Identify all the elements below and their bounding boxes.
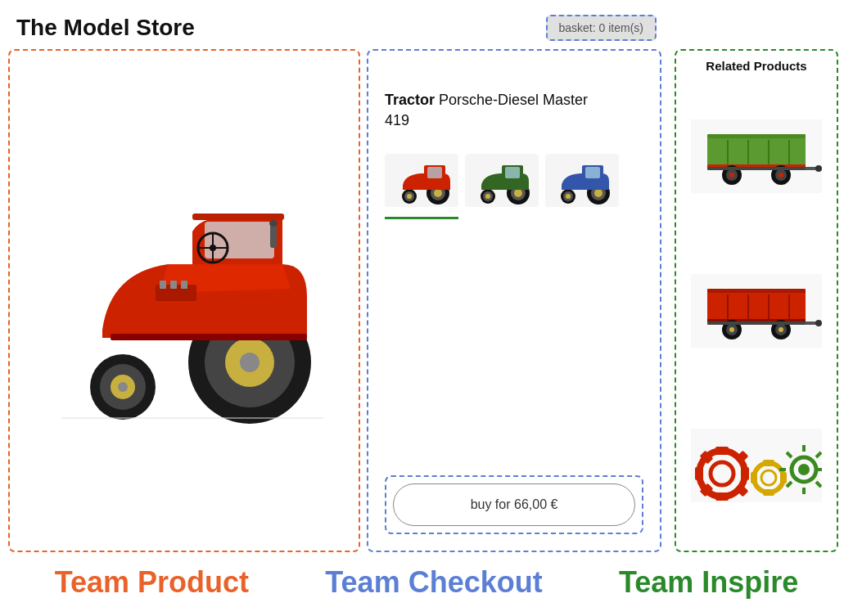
svg-rect-39 [505, 167, 520, 178]
svg-point-25 [434, 189, 442, 197]
harvester-image [691, 429, 822, 502]
svg-rect-51 [707, 134, 806, 138]
basket-badge[interactable]: basket: 0 item(s) [546, 15, 657, 41]
product-subtitle: 419 [385, 112, 643, 129]
thumbnail-selector [385, 217, 458, 219]
svg-point-7 [118, 382, 128, 392]
svg-point-15 [269, 220, 278, 227]
svg-rect-86 [715, 447, 729, 455]
svg-point-64 [815, 165, 822, 172]
store-title: The Model Store [16, 15, 195, 41]
product-name-rest: Porsche-Diesel Master [435, 92, 588, 108]
team-product-label: Team Product [55, 565, 249, 600]
product-zone [8, 49, 360, 552]
svg-rect-9 [205, 222, 274, 259]
svg-rect-68 [707, 289, 806, 293]
svg-rect-96 [763, 460, 774, 466]
svg-rect-87 [715, 492, 729, 501]
inspire-zone: Related Products [675, 49, 838, 552]
product-name-bold: Tractor [385, 92, 435, 108]
svg-rect-82 [707, 321, 806, 325]
tractor-image [29, 166, 340, 436]
svg-point-79 [779, 327, 783, 332]
content-area: Tractor Porsche-Diesel Master 419 [0, 49, 853, 552]
buy-button-wrapper: buy for 66,00 € [385, 475, 643, 534]
team-inspire-label: Team Inspire [619, 565, 798, 600]
svg-point-34 [514, 189, 522, 197]
svg-point-101 [798, 464, 810, 475]
svg-rect-67 [707, 290, 806, 323]
product-title: Tractor Porsche-Diesel Master [385, 92, 643, 109]
svg-rect-19 [181, 281, 187, 289]
svg-rect-89 [741, 467, 749, 480]
svg-point-62 [779, 173, 783, 178]
svg-rect-14 [270, 223, 277, 248]
related-products-title: Related Products [684, 59, 828, 73]
svg-rect-18 [170, 281, 177, 289]
svg-rect-30 [427, 167, 442, 178]
svg-point-37 [485, 194, 490, 199]
team-checkout-label: Team Checkout [325, 565, 542, 600]
thumbnail-red-tractor[interactable] [385, 154, 458, 207]
related-item-3[interactable] [684, 388, 828, 542]
svg-rect-50 [707, 136, 806, 169]
footer-labels: Team Product Team Checkout Team Inspire [0, 552, 853, 616]
svg-point-46 [566, 194, 571, 199]
svg-rect-99 [780, 472, 787, 483]
svg-rect-98 [751, 472, 757, 483]
thumbnail-blue-tractor[interactable] [545, 154, 619, 207]
svg-rect-65 [707, 167, 806, 170]
checkout-zone: Tractor Porsche-Diesel Master 419 [367, 49, 661, 552]
svg-rect-97 [763, 489, 774, 496]
svg-point-76 [729, 327, 734, 332]
svg-rect-8 [192, 214, 284, 220]
buy-button[interactable]: buy for 66,00 € [393, 483, 635, 526]
svg-rect-20 [111, 334, 307, 340]
main-container: The Model Store basket: 0 item(s) [0, 0, 853, 616]
svg-point-59 [729, 173, 734, 178]
red-trailer-image [691, 274, 822, 348]
svg-point-81 [815, 320, 822, 326]
svg-rect-48 [585, 167, 600, 178]
header: The Model Store basket: 0 item(s) [0, 0, 853, 49]
related-item-1[interactable] [684, 79, 828, 234]
related-item-2[interactable] [684, 234, 828, 389]
svg-point-28 [407, 194, 412, 199]
svg-rect-88 [695, 467, 703, 480]
svg-rect-17 [160, 281, 166, 289]
thumbnail-green-tractor[interactable] [465, 154, 539, 207]
svg-point-3 [240, 353, 260, 372]
svg-point-43 [594, 189, 603, 197]
green-trailer-image [691, 119, 822, 193]
thumbnail-row [385, 154, 643, 207]
